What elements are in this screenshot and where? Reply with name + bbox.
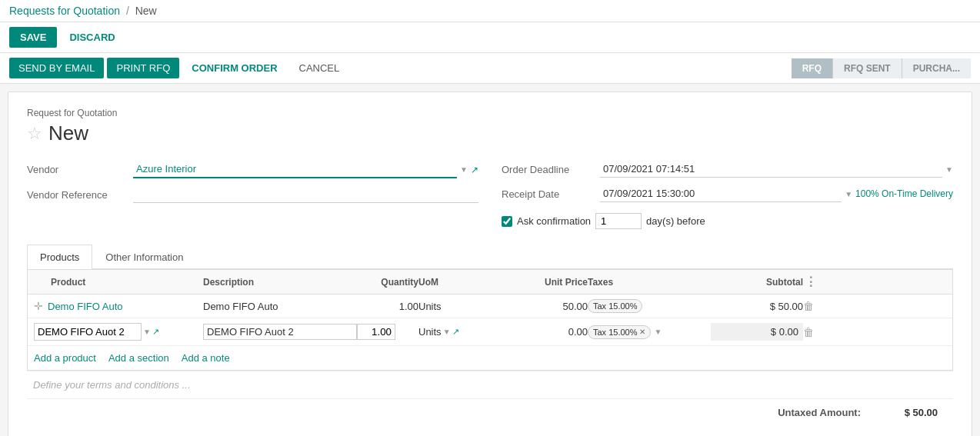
order-deadline-label: Order Deadline	[502, 164, 594, 175]
row2-tax-badge: Tax 15.00% ✕	[588, 325, 651, 339]
record-type-label: Request for Quotation	[27, 108, 953, 118]
tab-other-information[interactable]: Other Information	[92, 245, 196, 269]
col-menu[interactable]: ⋮	[803, 275, 818, 289]
favorite-star-icon[interactable]: ☆	[27, 124, 42, 144]
days-before-label: day(s) before	[646, 215, 705, 227]
form-fields: Vendor ▼ ↗ Vendor Reference Order Deadli…	[27, 161, 953, 229]
right-fields: Order Deadline ▼ Receipt Date ▼ 100% On-…	[502, 161, 953, 229]
row2-product-select-wrap: ▼ ↗	[34, 323, 159, 341]
vendor-ref-input[interactable]	[133, 186, 478, 203]
vendor-external-link-icon[interactable]: ↗	[471, 165, 478, 175]
ask-confirmation-row: Ask confirmation day(s) before	[502, 213, 953, 229]
confirm-order-button[interactable]: CONFIRM ORDER	[182, 58, 286, 78]
row2-delete-icon[interactable]: 🗑	[803, 326, 818, 338]
row1-delete-icon[interactable]: 🗑	[803, 300, 818, 312]
row1-product-name[interactable]: Demo FIFO Auto	[48, 301, 123, 312]
table-row: ✛ Demo FIFO Auto Demo FIFO Auto 1.00 Uni…	[28, 295, 952, 318]
receipt-date-dropdown-icon[interactable]: ▼	[845, 190, 852, 198]
receipt-date-row: Receipt Date ▼ 100% On-Time Delivery	[502, 185, 953, 202]
receipt-date-label: Receipt Date	[502, 188, 594, 200]
toolbar-actions: SEND BY EMAIL PRINT RFQ CONFIRM ORDER CA…	[9, 58, 348, 78]
breadcrumb-parent[interactable]: Requests for Quotation	[9, 5, 120, 17]
products-table: Product Description Quantity UoM Unit Pr…	[27, 269, 953, 371]
table-row: ▼ ↗ Units ▼ ↗ 0.00 Tax 15.00% ✕ ▼ $ 0.00…	[28, 318, 952, 346]
ask-confirmation-label: Ask confirmation	[517, 215, 591, 227]
row2-product-cell: ▼ ↗	[34, 323, 203, 341]
terms-placeholder: Define your terms and conditions ...	[33, 379, 191, 391]
tab-products[interactable]: Products	[27, 245, 92, 269]
row2-uom-value: Units	[418, 326, 442, 338]
vendor-input[interactable]	[133, 161, 457, 178]
row2-unit-price: 0.00	[511, 326, 588, 338]
row2-product-input[interactable]	[34, 323, 142, 341]
row2-description-input[interactable]	[203, 324, 357, 340]
tabs: Products Other Information	[27, 245, 953, 269]
order-deadline-row: Order Deadline ▼	[502, 161, 953, 178]
breadcrumb: Requests for Quotation / New	[9, 5, 157, 17]
status-bar: RFQ RFQ SENT PURCHA...	[792, 58, 971, 78]
order-deadline-value: ▼	[600, 161, 953, 178]
tax-badge: Tax 15.00%	[588, 299, 642, 313]
vendor-value: ▼ ↗	[133, 161, 478, 178]
status-rfq-sent[interactable]: RFQ SENT	[832, 58, 902, 78]
row2-quantity-input[interactable]	[357, 324, 395, 340]
table-header-row: Product Description Quantity UoM Unit Pr…	[28, 270, 952, 295]
drag-handle-icon[interactable]: ✛	[34, 300, 43, 312]
col-unit-price: Unit Price	[511, 277, 588, 288]
breadcrumb-current: New	[135, 5, 157, 17]
row1-uom: Units	[418, 301, 511, 312]
vendor-ref-field-row: Vendor Reference	[27, 186, 478, 203]
ask-confirmation-checkbox[interactable]	[502, 216, 512, 227]
row2-tax-cell: Tax 15.00% ✕ ▼	[588, 325, 711, 339]
status-rfq[interactable]: RFQ	[792, 58, 832, 78]
save-button[interactable]: SAVE	[9, 27, 57, 48]
vendor-label: Vendor	[27, 164, 127, 175]
row2-uom-cell: Units ▼ ↗	[418, 326, 511, 338]
row2-uom-dropdown-icon[interactable]: ▼	[443, 328, 451, 336]
order-deadline-input[interactable]	[600, 161, 942, 178]
breadcrumb-separator: /	[126, 5, 129, 17]
row1-subtotal: $ 50.00	[711, 301, 803, 312]
discard-button[interactable]: DISCARD	[62, 27, 122, 48]
totals-row: Untaxed Amount: $ 50.00	[778, 407, 938, 418]
row1-unit-price: 50.00	[511, 301, 588, 312]
print-rfq-button[interactable]: PRINT RFQ	[107, 58, 179, 78]
toolbar: SEND BY EMAIL PRINT RFQ CONFIRM ORDER CA…	[0, 53, 980, 84]
main-form: Request for Quotation ☆ New Vendor ▼ ↗ V…	[8, 92, 972, 436]
untaxed-amount-label: Untaxed Amount:	[778, 407, 861, 418]
record-title: New	[48, 121, 88, 145]
left-fields: Vendor ▼ ↗ Vendor Reference	[27, 161, 478, 229]
tax-remove-icon[interactable]: ✕	[639, 328, 645, 336]
vendor-dropdown-arrow[interactable]: ▼	[460, 165, 468, 174]
vendor-ref-label: Vendor Reference	[27, 189, 127, 201]
col-description: Description	[203, 277, 357, 288]
row2-subtotal: $ 0.00	[711, 323, 803, 341]
row1-quantity: 1.00	[357, 301, 418, 312]
col-taxes: Taxes	[588, 277, 711, 288]
add-links-row: Add a product Add a section Add a note	[28, 346, 952, 370]
col-subtotal: Subtotal	[711, 277, 803, 288]
row1-tax: Tax 15.00%	[588, 299, 711, 313]
receipt-date-input[interactable]	[600, 185, 842, 202]
add-product-link[interactable]: Add a product	[34, 352, 96, 364]
send-by-email-button[interactable]: SEND BY EMAIL	[9, 58, 104, 78]
row2-product-dropdown-icon[interactable]: ▼	[143, 328, 151, 336]
row2-tax-dropdown-icon[interactable]: ▼	[654, 328, 662, 336]
cancel-order-button[interactable]: CANCEL	[290, 58, 349, 78]
untaxed-amount-value: $ 50.00	[876, 407, 938, 418]
totals-area: Untaxed Amount: $ 50.00	[27, 398, 953, 426]
row2-uom-external-link-icon[interactable]: ↗	[452, 327, 459, 337]
vendor-ref-value	[133, 186, 478, 203]
order-deadline-dropdown-icon[interactable]: ▼	[945, 165, 953, 174]
col-product: Product	[34, 277, 203, 288]
delivery-badge: 100% On-Time Delivery	[855, 188, 953, 199]
add-section-link[interactable]: Add a section	[108, 352, 169, 364]
row2-product-external-link-icon[interactable]: ↗	[152, 327, 159, 337]
col-quantity: Quantity	[357, 277, 418, 288]
row1-description: Demo FIFO Auto	[203, 301, 357, 312]
confirmation-days-input[interactable]	[595, 213, 642, 229]
col-uom: UoM	[418, 277, 511, 288]
form-title-area: ☆ New	[27, 121, 953, 145]
add-note-link[interactable]: Add a note	[182, 352, 230, 364]
status-purchase[interactable]: PURCHA...	[902, 58, 971, 78]
